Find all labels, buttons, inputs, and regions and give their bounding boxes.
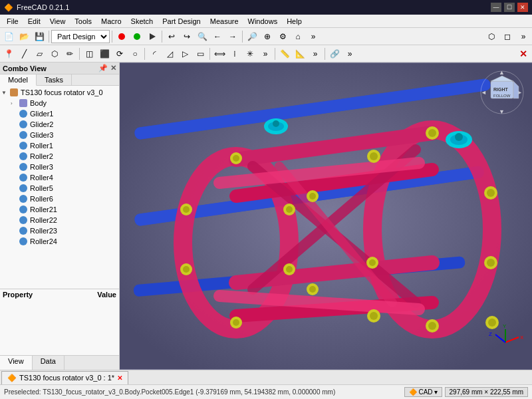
tb2-polar-pattern[interactable]: ✳	[243, 47, 257, 61]
tb-zoom-area[interactable]: ⊕	[260, 29, 275, 44]
svg-point-6	[19, 152, 27, 160]
maximize-button[interactable]: ☐	[504, 3, 515, 12]
tb2-pocket[interactable]: ⬛	[97, 47, 112, 61]
tb2-close[interactable]: ✕	[516, 47, 531, 61]
tb2-pad[interactable]: ◫	[82, 47, 96, 61]
tb2-chamfer[interactable]: ◿	[162, 47, 177, 61]
sidebar-view-tabs: View Data	[0, 355, 119, 370]
toolbar-sep-3	[162, 31, 162, 43]
bottom-tab-model[interactable]: 🔶 TS130 focus rotator v3_0 : 1* ✕	[1, 371, 128, 384]
tb-arrow-right[interactable]: →	[225, 29, 240, 44]
menu-file[interactable]: File	[3, 16, 23, 27]
tree-glider3-icon	[19, 130, 28, 140]
bottom-tab-close[interactable]: ✕	[117, 374, 122, 382]
menu-macro[interactable]: Macro	[97, 16, 126, 27]
tb-open[interactable]: 📂	[17, 29, 31, 44]
tb2-groove[interactable]: ○	[128, 47, 142, 61]
tb-undo[interactable]: ↩	[164, 29, 179, 44]
tree-roller3-label: Roller3	[30, 163, 53, 171]
menu-view[interactable]: View	[46, 16, 70, 27]
bottom-tab-icon: 🔶	[7, 374, 17, 382]
tree-item-roller5[interactable]: Roller5	[0, 183, 119, 194]
tree-roller21-icon	[19, 205, 28, 214]
menu-edit[interactable]: Edit	[24, 16, 45, 27]
tb-home[interactable]: ⌂	[291, 29, 305, 44]
svg-text:Z: Z	[489, 331, 492, 337]
tb-circle-green[interactable]	[130, 29, 144, 44]
tb2-more3[interactable]: »	[342, 47, 357, 61]
tb-arrow-left[interactable]: ←	[210, 29, 225, 44]
tree-item-roller22[interactable]: Roller22	[0, 215, 119, 225]
tree-item-roller2[interactable]: Roller2	[0, 151, 119, 162]
tb2-revolution[interactable]: ⟳	[112, 47, 127, 61]
tb-redo[interactable]: ↪	[180, 29, 194, 44]
menu-sketch[interactable]: Sketch	[127, 16, 158, 27]
combo-close-button[interactable]: ✕	[110, 64, 116, 72]
menu-tools[interactable]: Tools	[70, 16, 96, 27]
tb2-measure2[interactable]: 📐	[293, 47, 307, 61]
tb-zoom-in[interactable]: 🔎	[245, 29, 259, 44]
tree-item-glider2[interactable]: Glider2	[0, 119, 119, 130]
menu-windows[interactable]: Windows	[244, 16, 282, 27]
workbench-dropdown[interactable]: Part Design Sketcher Part	[51, 30, 110, 43]
tb-circle-red[interactable]	[114, 29, 129, 44]
tb-cube-view[interactable]: ⬡	[484, 29, 499, 44]
tb-new[interactable]: 📄	[1, 29, 16, 44]
tree-item-roller1[interactable]: Roller1	[0, 140, 119, 151]
sidebar-tab-view[interactable]: View	[0, 356, 33, 370]
title-bar-controls: — ☐ ✕	[491, 3, 528, 12]
svg-point-63	[309, 193, 316, 200]
minimize-button[interactable]: —	[491, 3, 501, 12]
tb2-measure1[interactable]: 📏	[277, 47, 292, 61]
tb2-datum-line[interactable]: ╱	[17, 47, 31, 61]
tb-save[interactable]: 💾	[32, 29, 47, 44]
tree-roller23-icon	[19, 226, 28, 235]
tb2-datum-plane[interactable]: ▱	[32, 47, 47, 61]
tb2-sketch[interactable]: ✏	[63, 47, 77, 61]
menu-part-design[interactable]: Part Design	[158, 16, 204, 27]
menu-measure[interactable]: Measure	[206, 16, 243, 27]
tree-item-roller6[interactable]: Roller6	[0, 194, 119, 204]
menu-help[interactable]: Help	[283, 16, 306, 27]
tree-item-glider3[interactable]: Glider3	[0, 130, 119, 140]
tb2-mirrored[interactable]: ⟺	[212, 47, 227, 61]
tree-item-roller23[interactable]: Roller23	[0, 225, 119, 236]
tb2-linear-pattern[interactable]: ⁞	[227, 47, 242, 61]
tb-more[interactable]: »	[306, 29, 321, 44]
3d-viewport[interactable]: X Y Z ▲ ▼ ◄ ►	[120, 63, 532, 370]
navigation-cube[interactable]: ▲ ▼ ◄ ► RIGHT FOLLOW	[479, 69, 525, 116]
svg-point-37	[286, 266, 293, 273]
combo-pin-button[interactable]: 📌	[98, 64, 108, 72]
tb2-more2[interactable]: »	[308, 47, 323, 61]
tb2-fillet[interactable]: ◜	[147, 47, 162, 61]
svg-text:▲: ▲	[499, 69, 505, 76]
svg-point-69	[455, 133, 463, 141]
sidebar-tab-data[interactable]: Data	[33, 356, 65, 370]
main-area: Combo View 📌 ✕ Model Tasks ▼ TS130 focus…	[0, 63, 532, 370]
tb2-attachment[interactable]: 🔗	[327, 47, 342, 61]
tb-settings[interactable]: ⚙	[275, 29, 290, 44]
tab-tasks[interactable]: Tasks	[37, 74, 72, 85]
tree-item-body[interactable]: › Body	[0, 98, 119, 108]
tb2-body[interactable]: ⬡	[47, 47, 62, 61]
tab-model[interactable]: Model	[0, 74, 37, 86]
tree-root[interactable]: ▼ TS130 focus rotator v3_0	[0, 87, 119, 98]
svg-point-11	[19, 205, 27, 213]
close-button[interactable]: ✕	[517, 3, 528, 12]
tb2-thickness[interactable]: ▭	[193, 47, 207, 61]
cad-badge[interactable]: 🔶 CAD ▾	[404, 387, 442, 397]
tb2-more1[interactable]: »	[258, 47, 273, 61]
tb-play[interactable]	[145, 29, 160, 44]
tb2-datum-point[interactable]: 📍	[1, 47, 16, 61]
tree-item-roller24[interactable]: Roller24	[0, 236, 119, 247]
toolbar2-sep-3	[209, 48, 210, 60]
tb-view-iso[interactable]: ◻	[500, 29, 515, 44]
tree-item-roller21[interactable]: Roller21	[0, 204, 119, 215]
tb-zoom-fit[interactable]: 🔍	[195, 29, 209, 44]
tb2-draft[interactable]: ▷	[178, 47, 192, 61]
toolbar-sep-2	[112, 31, 112, 43]
tree-item-roller4[interactable]: Roller4	[0, 172, 119, 183]
tb-view-more[interactable]: »	[516, 29, 531, 44]
tree-item-roller3[interactable]: Roller3	[0, 162, 119, 172]
tree-item-glider1[interactable]: Glider1	[0, 108, 119, 119]
